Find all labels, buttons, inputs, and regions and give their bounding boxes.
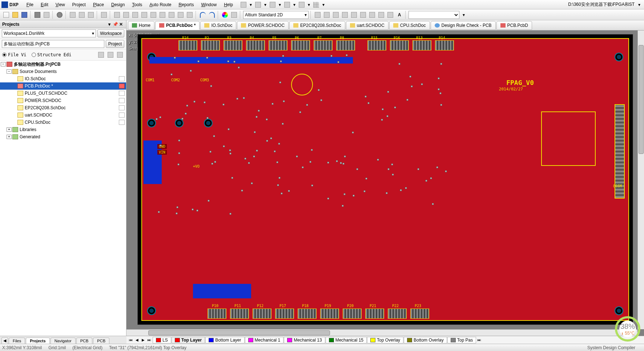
tree-toggle-icon[interactable]: − xyxy=(1,62,6,66)
settings-button[interactable] xyxy=(56,11,64,19)
layer-tab-bottom-layer[interactable]: Bottom Layer xyxy=(205,337,244,343)
place-track-button[interactable] xyxy=(113,11,121,19)
menu-quick-1[interactable] xyxy=(240,1,247,9)
btab-files[interactable]: Files xyxy=(9,338,25,344)
layer-nav-first[interactable]: ⏮ xyxy=(128,338,134,342)
secondary-select[interactable] xyxy=(408,11,459,19)
place-via-button[interactable] xyxy=(122,11,130,19)
zoom-area-button[interactable] xyxy=(69,11,77,19)
tree-libraries[interactable]: + Libraries xyxy=(0,126,126,133)
btab-projects[interactable]: Projects xyxy=(26,338,49,344)
panel-close-icon[interactable]: ✕ xyxy=(118,22,124,27)
performance-badge[interactable]: 38% 🌡 55°C xyxy=(615,316,640,342)
print-button[interactable] xyxy=(33,11,41,19)
doc-tab-8[interactable]: PCB.PcbD xyxy=(496,21,532,30)
menu-quick-6[interactable] xyxy=(312,1,320,9)
menu-window[interactable]: Window xyxy=(197,1,220,8)
show3d-button[interactable] xyxy=(100,11,108,19)
tree-doc-5[interactable]: uart.SCHDOC xyxy=(0,111,126,119)
project-select[interactable]: 多轴运动控制器.PrjPCB xyxy=(2,40,104,48)
menu-place[interactable]: Place xyxy=(89,1,108,8)
doc-tab-4[interactable]: EP2C8Q208.SchDoc xyxy=(289,21,345,30)
title-path-dd[interactable]: ▾ xyxy=(636,2,643,7)
menu-tools[interactable]: Tools xyxy=(128,1,146,8)
pcb-canvas[interactable]: FPAG_V0 2014/02/27 P24P2P3P4P5P6P7P8 P15… xyxy=(137,34,633,325)
dd3[interactable]: ▾ xyxy=(277,2,283,7)
layer-nav-more[interactable]: ⏭ xyxy=(476,338,482,342)
menu-view[interactable]: View xyxy=(52,1,69,8)
tree-source-docs[interactable]: − Source Documents xyxy=(0,68,126,75)
menu-reports[interactable]: Reports xyxy=(175,1,197,8)
layer-tab-top-layer[interactable]: Top Layer xyxy=(172,337,205,343)
workspace-button[interactable]: Workspace xyxy=(97,29,124,37)
tree-doc-2[interactable]: PLUS_OUT.SCHDOC xyxy=(0,90,126,97)
tree-opt3-icon[interactable] xyxy=(116,51,124,59)
place-dim-button[interactable] xyxy=(386,11,394,19)
doc-tab-0[interactable]: Home xyxy=(128,21,154,30)
layer-tab-top-overlay[interactable]: Top Overlay xyxy=(367,337,403,343)
save-button[interactable] xyxy=(20,11,28,19)
preview-button[interactable] xyxy=(43,11,51,19)
tree-generated[interactable]: + Generated xyxy=(0,133,126,140)
place-string-button[interactable] xyxy=(158,11,166,19)
tree-toggle-icon[interactable]: + xyxy=(7,127,12,132)
layer-tab-ls[interactable]: LS xyxy=(153,337,171,343)
scroll-thumb[interactable] xyxy=(148,330,330,335)
tree-doc-4[interactable]: EP2C8Q208.SchDoc xyxy=(0,104,126,111)
tree-opt2-icon[interactable] xyxy=(106,51,114,59)
undo-button[interactable] xyxy=(199,11,207,19)
tree-opt1-icon[interactable] xyxy=(97,51,105,59)
scrollbar-horizontal[interactable] xyxy=(126,329,637,336)
select-button[interactable] xyxy=(177,11,185,19)
menu-quick-3[interactable] xyxy=(269,1,277,9)
doc-tab-1[interactable]: PCB.PcbDoc * xyxy=(155,21,200,30)
route-diff-button[interactable] xyxy=(323,11,331,19)
new-button[interactable] xyxy=(2,11,10,19)
place-line-button[interactable] xyxy=(350,11,358,19)
zoom-fit-button[interactable] xyxy=(78,11,86,19)
menu-help[interactable]: Help xyxy=(220,1,237,8)
menu-edit[interactable]: Edit xyxy=(37,1,52,8)
place-rect-button[interactable] xyxy=(368,11,376,19)
tree-doc-3[interactable]: POWER.SCHDOC xyxy=(0,97,126,104)
place-text-button[interactable] xyxy=(377,11,385,19)
route-multi-button[interactable] xyxy=(332,11,340,19)
tree-root[interactable]: − 多轴运动控制器.PrjPCB xyxy=(0,61,126,68)
dd5[interactable]: ▾ xyxy=(306,2,312,7)
doc-tab-6[interactable]: CPU.SchDoc xyxy=(389,21,430,30)
layer-tab-bottom-overlay[interactable]: Bottom Overlay xyxy=(404,337,447,343)
btab-pcb2[interactable]: PCB xyxy=(93,338,109,344)
btab-pcb[interactable]: PCB xyxy=(76,338,93,344)
radio-structure-view[interactable] xyxy=(32,53,36,57)
layer-nav-last[interactable]: ⏭ xyxy=(146,338,152,342)
panel-pin-icon[interactable]: 📌 xyxy=(112,22,118,27)
menu-autoroute[interactable]: Auto Route xyxy=(146,1,175,8)
dd4[interactable]: ▾ xyxy=(291,2,298,7)
place-arc-button[interactable] xyxy=(359,11,367,19)
tree-toggle-icon[interactable]: + xyxy=(7,135,12,139)
menu-project[interactable]: Project xyxy=(69,1,89,8)
btab-navigator[interactable]: Navigator xyxy=(51,338,76,344)
btab-prev[interactable]: ◀ xyxy=(1,337,8,344)
layer-tab-top-pas[interactable]: Top Pas xyxy=(447,337,476,343)
place-comp-button[interactable] xyxy=(341,11,349,19)
place-text2-button[interactable]: A xyxy=(395,11,403,19)
menu-file[interactable]: File xyxy=(23,1,37,8)
menu-quick-2[interactable] xyxy=(254,1,262,9)
secondary-dd[interactable]: ▾ xyxy=(460,12,467,17)
dd2[interactable]: ▾ xyxy=(262,2,269,7)
menu-quick-4[interactable] xyxy=(283,1,291,9)
radio-file-view[interactable] xyxy=(2,53,7,57)
tree-doc-6[interactable]: CPU.SchDoc xyxy=(0,119,126,126)
doc-tab-7[interactable]: Design Rule Check - PCB xyxy=(431,21,496,30)
place-pad-button[interactable] xyxy=(131,11,139,19)
deselect-button[interactable] xyxy=(186,11,194,19)
layer-tab-mechanical-13[interactable]: Mechanical 13 xyxy=(284,337,325,343)
doc-tab-3[interactable]: POWER.SCHDOC xyxy=(237,21,289,30)
place-poly-button[interactable] xyxy=(149,11,157,19)
pcb-viewport[interactable]: x: 5196.000 mil y: 2847.000 mil Snap: 1m… xyxy=(126,30,644,336)
layer-tab-mechanical-1[interactable]: Mechanical 1 xyxy=(245,337,284,343)
layer-tab-mechanical-15[interactable]: Mechanical 15 xyxy=(326,337,367,343)
menu-quick-5[interactable] xyxy=(298,1,306,9)
menu-design[interactable]: Design xyxy=(108,1,128,8)
